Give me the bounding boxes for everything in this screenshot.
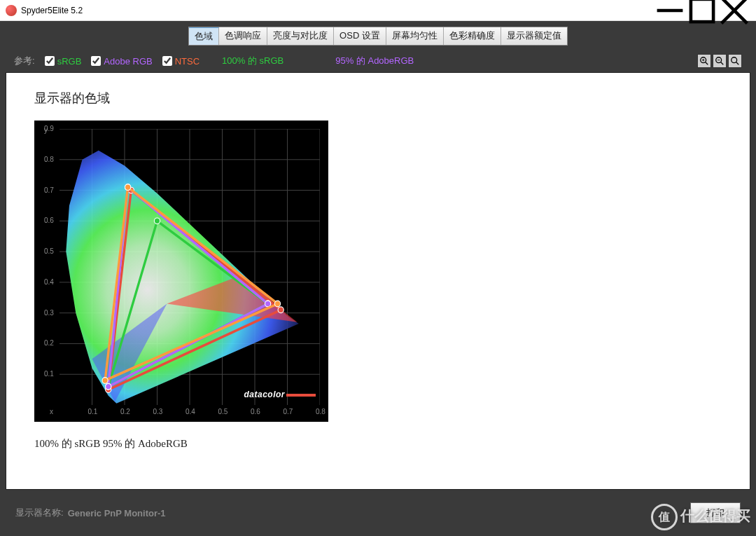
- x-tick: 0.3: [153, 408, 163, 415]
- y-tick: 0.1: [44, 370, 54, 378]
- svg-point-46: [274, 301, 280, 307]
- options-bar: 参考: sRGB Adobe RGB NTSC 100% 的 sRGB 95% …: [6, 50, 750, 72]
- y-tick: 0.2: [44, 339, 54, 347]
- x-tick: 0.7: [284, 408, 293, 415]
- svg-line-5: [706, 62, 708, 65]
- x-tick: 0.8: [316, 408, 326, 415]
- summary-text: 100% 的 sRGB 95% 的 AdobeRGB: [34, 437, 722, 451]
- tab-0[interactable]: 色域: [189, 27, 219, 45]
- svg-point-39: [154, 218, 160, 224]
- svg-point-44: [106, 383, 111, 390]
- tab-3[interactable]: OSD 设置: [334, 27, 386, 45]
- window-title: Spyder5Elite 5.2: [21, 6, 654, 15]
- adobe-coverage-stat: 95% 的 AdobeRGB: [335, 55, 414, 67]
- x-tick: 0.5: [218, 408, 228, 415]
- monitor-name-label: 显示器名称:: [15, 507, 64, 519]
- window-titlebar: Spyder5Elite 5.2: [0, 0, 756, 21]
- adobe-label: Adobe RGB: [104, 56, 152, 67]
- ntsc-checkbox-input[interactable]: [162, 56, 172, 66]
- zoom-in-button[interactable]: [697, 54, 711, 68]
- maximize-button[interactable]: [686, 0, 718, 21]
- svg-rect-1: [691, 0, 713, 22]
- adobe-checkbox[interactable]: Adobe RGB: [91, 56, 152, 67]
- adobe-checkbox-input[interactable]: [91, 56, 101, 66]
- tab-4[interactable]: 屏幕均匀性: [386, 27, 444, 45]
- x-tick: 0.4: [186, 408, 195, 415]
- tabs: 色域色调响应亮度与对比度OSD 设置屏幕均匀性色彩精确度显示器额定值: [188, 27, 568, 46]
- svg-point-48: [102, 378, 108, 384]
- ntsc-checkbox[interactable]: NTSC: [162, 56, 200, 67]
- minimize-button[interactable]: [654, 0, 686, 21]
- zoom-out-button[interactable]: [713, 54, 727, 68]
- y-tick: 0.8: [44, 156, 54, 163]
- content-scroll[interactable]: 显示器的色域 datacolor 0.10.20.30.40.50.60.70.…: [6, 73, 750, 489]
- svg-line-9: [721, 62, 724, 65]
- x-tick: 0.1: [88, 408, 98, 415]
- svg-line-12: [736, 62, 739, 65]
- reference-label: 参考:: [14, 55, 35, 67]
- tabs-row: 色域色调响应亮度与对比度OSD 设置屏幕均匀性色彩精确度显示器额定值: [6, 27, 750, 46]
- app-icon: [6, 5, 17, 16]
- svg-point-34: [278, 307, 284, 313]
- footer: 显示器名称: Generic PnP Monitor-1 打印: [6, 495, 750, 530]
- ntsc-label: NTSC: [175, 56, 200, 67]
- y-tick: 0.4: [44, 278, 54, 286]
- tab-6[interactable]: 显示器额定值: [501, 27, 567, 45]
- gamut-chart: datacolor 0.10.20.30.40.50.60.70.80.10.2…: [34, 121, 328, 422]
- zoom-controls: [697, 54, 742, 68]
- srgb-coverage-stat: 100% 的 sRGB: [222, 55, 284, 67]
- window-controls: [654, 0, 750, 21]
- svg-point-11: [732, 57, 737, 63]
- zoom-fit-button[interactable]: [728, 54, 742, 68]
- tab-2[interactable]: 亮度与对比度: [267, 27, 334, 45]
- srgb-checkbox[interactable]: sRGB: [45, 56, 82, 67]
- print-button[interactable]: 打印: [690, 502, 741, 523]
- monitor-name-value: Generic PnP Monitor-1: [68, 508, 166, 518]
- section-title: 显示器的色域: [34, 90, 722, 106]
- tab-1[interactable]: 色调响应: [219, 27, 267, 45]
- srgb-checkbox-input[interactable]: [45, 56, 55, 66]
- x-tick: 0.2: [120, 408, 130, 415]
- tab-5[interactable]: 色彩精确度: [444, 27, 501, 45]
- y-tick: 0.7: [44, 186, 54, 194]
- app-body: 色域色调响应亮度与对比度OSD 设置屏幕均匀性色彩精确度显示器额定值 参考: s…: [0, 21, 756, 536]
- y-tick: 0.3: [44, 309, 54, 317]
- x-tick: 0.6: [251, 408, 260, 415]
- srgb-label: sRGB: [57, 56, 82, 67]
- chart-svg: [59, 129, 320, 405]
- y-tick: 0.6: [44, 217, 54, 224]
- y-tick: 0.5: [44, 247, 54, 255]
- svg-point-47: [125, 184, 131, 191]
- content-pane: 显示器的色域 datacolor 0.10.20.30.40.50.60.70.…: [6, 72, 750, 490]
- close-button[interactable]: [718, 0, 750, 21]
- brand-watermark: datacolor: [244, 390, 316, 399]
